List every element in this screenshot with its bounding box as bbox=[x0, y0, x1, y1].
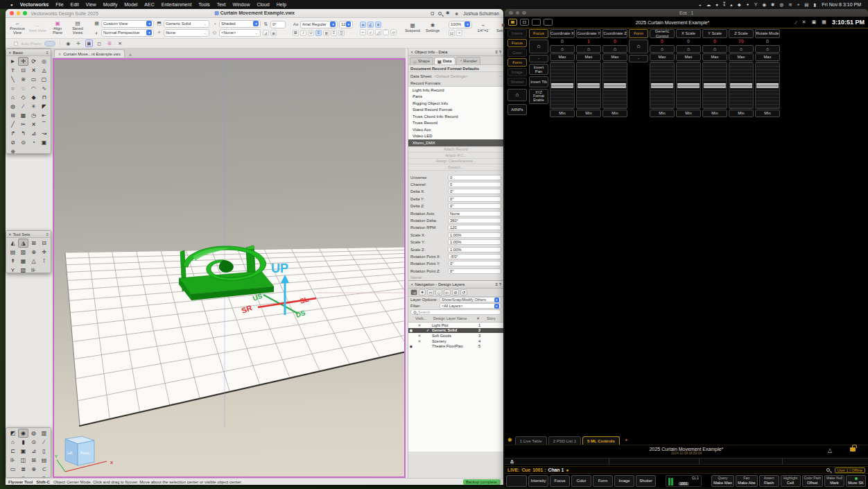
form-group-header[interactable]: Form bbox=[629, 29, 648, 38]
menu-model[interactable]: Model bbox=[121, 2, 141, 7]
align-plane-button[interactable]: ▣Align Plane bbox=[49, 21, 67, 35]
fader-handle[interactable] bbox=[677, 83, 700, 88]
tool-icon[interactable]: ► bbox=[8, 57, 18, 66]
palette-menu-icon[interactable]: ≡ bbox=[46, 232, 49, 237]
max-button[interactable]: Max bbox=[702, 53, 727, 61]
status-icon[interactable]: ✦ bbox=[743, 2, 752, 8]
field-value[interactable]: 0" bbox=[448, 203, 501, 209]
record-format-item[interactable]: Stand Record Format bbox=[408, 107, 503, 114]
virtual-fader[interactable] bbox=[676, 62, 701, 109]
tool-icon[interactable]: ⊞ bbox=[28, 239, 39, 248]
tool-icon[interactable]: ▣ bbox=[39, 138, 49, 147]
parameter-header[interactable]: Z Scale bbox=[729, 29, 754, 38]
status-icon[interactable]: ▮ bbox=[811, 2, 819, 8]
display-icon[interactable]: ▣ bbox=[812, 19, 817, 25]
fader-handle[interactable] bbox=[651, 83, 673, 88]
record-action-button[interactable]: Attach Record bbox=[408, 147, 503, 153]
record-format-item[interactable]: Rigging Object Info bbox=[408, 100, 503, 107]
add-tab-button[interactable]: + bbox=[125, 53, 136, 58]
snap-smart-icon[interactable]: ✕ bbox=[375, 22, 381, 28]
status-icon[interactable]: ◉ bbox=[760, 2, 769, 8]
min-button[interactable]: Min bbox=[755, 110, 780, 117]
object-info-titlebar[interactable]: ✕ Object Info - Data ≡ ? bbox=[408, 49, 503, 56]
field-value[interactable]: None bbox=[448, 211, 501, 216]
tool-icon[interactable]: ✳ bbox=[28, 102, 39, 111]
projection-select[interactable]: Normal Perspective▾ bbox=[101, 29, 154, 37]
workspace-3-icon[interactable] bbox=[532, 19, 541, 26]
add-tab-button[interactable]: + bbox=[621, 437, 632, 443]
gear-icon[interactable]: ✱ bbox=[446, 10, 450, 16]
close-icon[interactable]: ✕ bbox=[410, 282, 413, 286]
user-status-button[interactable]: User 1 | Offline bbox=[835, 467, 865, 473]
dual-softkey[interactable]: Color Path Offset bbox=[802, 475, 824, 487]
invert-pan-button[interactable]: Invert Pan bbox=[529, 64, 548, 75]
tool-icon[interactable]: T bbox=[8, 66, 18, 75]
tool-icon[interactable]: ○ bbox=[8, 84, 18, 93]
tool-icon[interactable]: ▯ bbox=[39, 447, 49, 456]
grid-icon[interactable]: ▦ bbox=[822, 19, 826, 25]
tool-icon[interactable]: ◔ bbox=[28, 138, 39, 147]
menu-cloud[interactable]: Cloud bbox=[253, 2, 272, 7]
fader-handle[interactable] bbox=[756, 83, 779, 88]
parameter-header[interactable]: Rotate Mode bbox=[755, 29, 780, 38]
tool-icon[interactable]: ⊕ bbox=[28, 248, 39, 257]
category-button[interactable]: Image bbox=[507, 68, 527, 76]
status-icon[interactable]: ◍ bbox=[777, 2, 786, 8]
auto-plane-checkbox[interactable] bbox=[14, 42, 18, 46]
home-button[interactable]: ⌂ bbox=[729, 45, 754, 53]
fixture-icon[interactable]: ✕ bbox=[802, 19, 806, 25]
dual-softkey[interactable]: Make Null Mark bbox=[824, 475, 844, 487]
navigation-mode-icon[interactable]: ▻ bbox=[444, 289, 451, 295]
status-icon[interactable]: Y bbox=[752, 2, 760, 7]
tool-icon[interactable]: ✂ bbox=[18, 120, 28, 129]
tool-icon[interactable]: ⌂ bbox=[8, 93, 18, 102]
gear-icon[interactable]: ✱ bbox=[507, 437, 512, 443]
cue-status-widget[interactable]: CL 1 1001 bbox=[666, 475, 702, 487]
xyz-format-enable-button[interactable]: XYZ Format Enable bbox=[529, 89, 548, 104]
virtual-fader[interactable] bbox=[729, 62, 754, 109]
tool-icon[interactable]: ⊿ bbox=[28, 447, 39, 456]
next-view-button[interactable]: →Next View bbox=[28, 23, 46, 33]
tool-icon[interactable]: ⊿ bbox=[28, 129, 39, 138]
saved-views-button[interactable]: ▤Saved Views bbox=[69, 21, 87, 35]
tool-icon[interactable]: ⊏ bbox=[8, 447, 18, 456]
workspace-4-icon[interactable] bbox=[544, 19, 553, 26]
tool-icon[interactable]: ⊙ bbox=[28, 438, 39, 447]
category-button[interactable]: Form bbox=[507, 58, 527, 67]
tool-icon[interactable]: ▤ bbox=[39, 456, 49, 465]
bold-button[interactable]: B bbox=[293, 30, 299, 36]
rotation-field[interactable]: 0° bbox=[270, 21, 286, 28]
max-button[interactable]: Max bbox=[755, 53, 780, 61]
dual-softkey[interactable]: Highlight Cell bbox=[781, 475, 801, 487]
parameter-header[interactable]: Generic Control bbox=[650, 29, 675, 38]
palette-menu-icon[interactable]: ≡ bbox=[495, 282, 498, 286]
tool-icon[interactable]: ∕ bbox=[39, 438, 49, 447]
plane-mode-icon[interactable]: ◻ bbox=[96, 40, 103, 47]
tool-icon[interactable]: ▤ bbox=[8, 248, 18, 257]
tool-icon[interactable]: ▥ bbox=[18, 248, 28, 257]
fader-handle[interactable] bbox=[730, 83, 752, 88]
class-select[interactable]: Generic Solid⌄ bbox=[164, 20, 209, 28]
offset-icon[interactable]: ⏥ bbox=[390, 29, 397, 35]
unlock-icon[interactable] bbox=[850, 447, 856, 452]
tool-settings-icon[interactable]: ✕ bbox=[116, 40, 124, 47]
tool-icon[interactable]: ◤ bbox=[39, 102, 49, 111]
record-format-item[interactable]: Light Info Record bbox=[408, 87, 503, 94]
menu-aec[interactable]: AEC bbox=[141, 2, 157, 7]
tool-icon[interactable]: ⊞ bbox=[28, 456, 39, 465]
tool-icon[interactable]: ◎ bbox=[39, 57, 49, 66]
tool-icon[interactable]: ◍ bbox=[28, 429, 39, 438]
render-mode-select[interactable]: Shaded▾ bbox=[219, 20, 261, 28]
virtual-fader[interactable] bbox=[702, 62, 727, 109]
tool-icon[interactable]: ◩ bbox=[8, 429, 18, 438]
layer-table-header[interactable]: Visib... Design Layer Name # Story bbox=[408, 316, 503, 323]
close-icon[interactable]: ✕ bbox=[410, 50, 413, 54]
tool-icon[interactable]: ▦ bbox=[18, 257, 28, 266]
softkey-blank[interactable] bbox=[506, 475, 527, 487]
previous-view-button[interactable]: ←Previous View bbox=[8, 21, 26, 35]
apple-menu-icon[interactable]: ● bbox=[7, 3, 17, 7]
italic-button[interactable]: I bbox=[300, 30, 306, 36]
corner-icon[interactable]: ⌐ bbox=[360, 29, 366, 35]
home-button[interactable]: ⌂ bbox=[602, 45, 627, 53]
tool-icon[interactable]: ⌒ bbox=[39, 120, 49, 129]
